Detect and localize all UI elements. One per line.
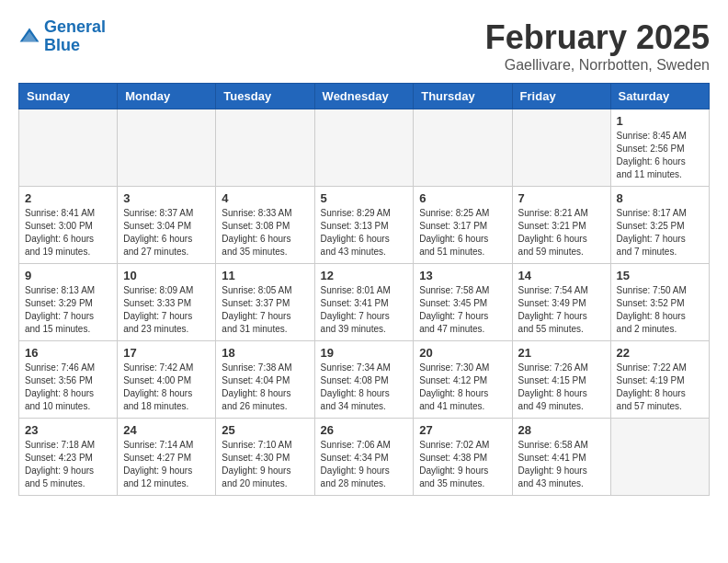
day-number: 10 [123, 269, 210, 282]
weekday-header-row: SundayMondayTuesdayWednesdayThursdayFrid… [19, 84, 710, 109]
calendar-cell: 10Sunrise: 8:09 AM Sunset: 3:33 PM Dayli… [118, 264, 216, 341]
calendar-cell: 21Sunrise: 7:26 AM Sunset: 4:15 PM Dayli… [512, 341, 610, 419]
day-info: Sunrise: 7:10 AM Sunset: 4:30 PM Dayligh… [222, 439, 308, 490]
day-info: Sunrise: 8:09 AM Sunset: 3:33 PM Dayligh… [123, 284, 210, 336]
day-number: 22 [617, 346, 703, 360]
calendar-cell: 23Sunrise: 7:18 AM Sunset: 4:23 PM Dayli… [19, 419, 118, 496]
day-number: 26 [321, 423, 408, 437]
day-info: Sunrise: 8:25 AM Sunset: 3:17 PM Dayligh… [419, 207, 506, 259]
weekday-header: Wednesday [314, 84, 414, 109]
day-number: 15 [617, 269, 703, 282]
day-number: 2 [25, 191, 111, 205]
day-info: Sunrise: 8:37 AM Sunset: 3:04 PM Dayligh… [123, 207, 210, 259]
calendar-cell [512, 109, 610, 187]
calendar-cell: 17Sunrise: 7:42 AM Sunset: 4:00 PM Dayli… [118, 341, 216, 419]
day-number: 1 [617, 114, 703, 128]
calendar-week-row: 16Sunrise: 7:46 AM Sunset: 3:56 PM Dayli… [19, 341, 710, 419]
day-number: 3 [123, 191, 210, 205]
day-info: Sunrise: 7:42 AM Sunset: 4:00 PM Dayligh… [123, 362, 210, 413]
calendar-cell: 8Sunrise: 8:17 AM Sunset: 3:25 PM Daylig… [610, 187, 709, 264]
logo-icon [18, 26, 40, 48]
calendar-cell: 7Sunrise: 8:21 AM Sunset: 3:21 PM Daylig… [512, 187, 610, 264]
title-area: February 2025 Gaellivare, Norrbotten, Sw… [485, 18, 710, 74]
weekday-header: Thursday [414, 84, 512, 109]
day-number: 8 [617, 191, 703, 205]
calendar-cell [19, 109, 118, 187]
day-number: 19 [321, 346, 408, 360]
calendar-cell: 3Sunrise: 8:37 AM Sunset: 3:04 PM Daylig… [118, 187, 216, 264]
calendar-cell: 11Sunrise: 8:05 AM Sunset: 3:37 PM Dayli… [216, 264, 314, 341]
calendar-cell [314, 109, 414, 187]
weekday-header: Friday [512, 84, 610, 109]
calendar-cell: 16Sunrise: 7:46 AM Sunset: 3:56 PM Dayli… [19, 341, 118, 419]
logo: General Blue [18, 18, 106, 55]
calendar-week-row: 9Sunrise: 8:13 AM Sunset: 3:29 PM Daylig… [19, 264, 710, 341]
day-number: 17 [123, 346, 210, 360]
day-info: Sunrise: 7:58 AM Sunset: 3:45 PM Dayligh… [419, 284, 506, 336]
calendar-cell: 15Sunrise: 7:50 AM Sunset: 3:52 PM Dayli… [610, 264, 709, 341]
day-number: 25 [222, 423, 308, 437]
calendar-cell: 28Sunrise: 6:58 AM Sunset: 4:41 PM Dayli… [512, 419, 610, 496]
calendar-cell [118, 109, 216, 187]
day-number: 12 [321, 269, 408, 282]
page-header: General Blue February 2025 Gaellivare, N… [18, 18, 710, 74]
calendar-cell: 9Sunrise: 8:13 AM Sunset: 3:29 PM Daylig… [19, 264, 118, 341]
logo-line2: Blue [44, 36, 80, 54]
day-info: Sunrise: 7:54 AM Sunset: 3:49 PM Dayligh… [518, 284, 605, 336]
calendar-cell: 4Sunrise: 8:33 AM Sunset: 3:08 PM Daylig… [216, 187, 314, 264]
day-number: 23 [25, 423, 111, 437]
day-number: 14 [518, 269, 605, 282]
calendar-table: SundayMondayTuesdayWednesdayThursdayFrid… [18, 83, 710, 496]
day-info: Sunrise: 7:30 AM Sunset: 4:12 PM Dayligh… [419, 362, 506, 413]
day-info: Sunrise: 7:22 AM Sunset: 4:19 PM Dayligh… [617, 362, 703, 413]
day-info: Sunrise: 8:45 AM Sunset: 2:56 PM Dayligh… [617, 130, 703, 181]
day-number: 16 [25, 346, 111, 360]
day-number: 24 [123, 423, 210, 437]
calendar-cell: 18Sunrise: 7:38 AM Sunset: 4:04 PM Dayli… [216, 341, 314, 419]
weekday-header: Sunday [19, 84, 118, 109]
day-info: Sunrise: 8:29 AM Sunset: 3:13 PM Dayligh… [321, 207, 408, 259]
day-info: Sunrise: 8:41 AM Sunset: 3:00 PM Dayligh… [25, 207, 111, 259]
day-info: Sunrise: 7:46 AM Sunset: 3:56 PM Dayligh… [25, 362, 111, 413]
day-number: 27 [419, 423, 506, 437]
day-number: 18 [222, 346, 308, 360]
day-info: Sunrise: 7:02 AM Sunset: 4:38 PM Dayligh… [419, 439, 506, 490]
day-info: Sunrise: 7:26 AM Sunset: 4:15 PM Dayligh… [518, 362, 605, 413]
day-info: Sunrise: 8:13 AM Sunset: 3:29 PM Dayligh… [25, 284, 111, 336]
day-info: Sunrise: 7:18 AM Sunset: 4:23 PM Dayligh… [25, 439, 111, 490]
calendar-cell: 22Sunrise: 7:22 AM Sunset: 4:19 PM Dayli… [610, 341, 709, 419]
calendar-cell: 6Sunrise: 8:25 AM Sunset: 3:17 PM Daylig… [414, 187, 512, 264]
weekday-header: Saturday [610, 84, 709, 109]
day-number: 7 [518, 191, 605, 205]
day-info: Sunrise: 6:58 AM Sunset: 4:41 PM Dayligh… [518, 439, 605, 490]
day-number: 21 [518, 346, 605, 360]
day-number: 5 [321, 191, 408, 205]
calendar-cell: 19Sunrise: 7:34 AM Sunset: 4:08 PM Dayli… [314, 341, 414, 419]
day-number: 6 [419, 191, 506, 205]
logo-line1: General [44, 17, 106, 36]
calendar-cell [414, 109, 512, 187]
calendar-cell: 5Sunrise: 8:29 AM Sunset: 3:13 PM Daylig… [314, 187, 414, 264]
day-info: Sunrise: 8:05 AM Sunset: 3:37 PM Dayligh… [222, 284, 308, 336]
day-info: Sunrise: 7:34 AM Sunset: 4:08 PM Dayligh… [321, 362, 408, 413]
day-info: Sunrise: 7:50 AM Sunset: 3:52 PM Dayligh… [617, 284, 703, 336]
calendar-cell: 24Sunrise: 7:14 AM Sunset: 4:27 PM Dayli… [118, 419, 216, 496]
day-number: 20 [419, 346, 506, 360]
weekday-header: Monday [118, 84, 216, 109]
calendar-cell: 25Sunrise: 7:10 AM Sunset: 4:30 PM Dayli… [216, 419, 314, 496]
day-info: Sunrise: 7:38 AM Sunset: 4:04 PM Dayligh… [222, 362, 308, 413]
calendar-week-row: 1Sunrise: 8:45 AM Sunset: 2:56 PM Daylig… [19, 109, 710, 187]
calendar-cell: 20Sunrise: 7:30 AM Sunset: 4:12 PM Dayli… [414, 341, 512, 419]
day-number: 9 [25, 269, 111, 282]
calendar-cell: 13Sunrise: 7:58 AM Sunset: 3:45 PM Dayli… [414, 264, 512, 341]
day-info: Sunrise: 8:33 AM Sunset: 3:08 PM Dayligh… [222, 207, 308, 259]
day-info: Sunrise: 8:21 AM Sunset: 3:21 PM Dayligh… [518, 207, 605, 259]
calendar-cell: 27Sunrise: 7:02 AM Sunset: 4:38 PM Dayli… [414, 419, 512, 496]
calendar-title: February 2025 [485, 18, 710, 57]
calendar-cell: 2Sunrise: 8:41 AM Sunset: 3:00 PM Daylig… [19, 187, 118, 264]
day-info: Sunrise: 7:14 AM Sunset: 4:27 PM Dayligh… [123, 439, 210, 490]
calendar-cell [610, 419, 709, 496]
calendar-cell: 26Sunrise: 7:06 AM Sunset: 4:34 PM Dayli… [314, 419, 414, 496]
day-number: 11 [222, 269, 308, 282]
calendar-cell: 14Sunrise: 7:54 AM Sunset: 3:49 PM Dayli… [512, 264, 610, 341]
